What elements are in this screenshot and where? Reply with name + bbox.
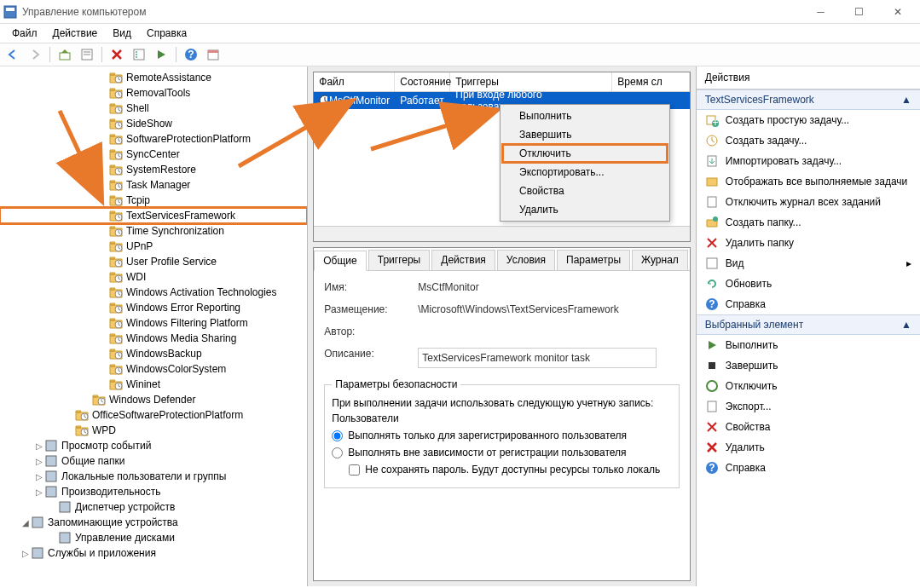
expander-icon[interactable]: ▷ — [34, 472, 44, 481]
col-time[interactable]: Время сл — [612, 72, 690, 91]
tree-item-windows-media-sharing[interactable]: Windows Media Sharing — [0, 331, 307, 346]
tab-triggers[interactable]: Триггеры — [368, 250, 431, 270]
event-icon — [44, 439, 58, 453]
tree-item-windows-filtering-platform[interactable]: Windows Filtering Platform — [0, 315, 307, 331]
tree-item-remoteassistance[interactable]: RemoteAssistance — [0, 70, 307, 85]
maximize-button[interactable]: ☐ — [840, 2, 878, 22]
tree-item[interactable]: Управление дисками — [0, 530, 307, 545]
col-state[interactable]: Состояние — [395, 72, 450, 91]
toolbar: ? — [0, 43, 920, 66]
tree-item-wpd[interactable]: WPD — [0, 423, 307, 438]
tree-item-removaltools[interactable]: RemovalTools — [0, 85, 307, 101]
calendar-button[interactable] — [204, 45, 223, 64]
expander-icon[interactable]: ▷ — [20, 549, 31, 558]
tree-item-wdi[interactable]: WDI — [0, 269, 307, 285]
svg-rect-6 — [134, 49, 144, 60]
forward-button[interactable] — [26, 45, 44, 64]
tab-params[interactable]: Параметры — [557, 250, 630, 270]
menu-action[interactable]: Действие — [46, 26, 105, 41]
tree-item[interactable]: ▷Общие папки — [0, 453, 307, 469]
context-свойства[interactable]: Свойства — [502, 182, 668, 200]
tree-item-time-synchronization[interactable]: Time Synchronization — [0, 223, 307, 239]
tree-item-shell[interactable]: Shell — [0, 101, 307, 116]
tree-item-windows-error-reporting[interactable]: Windows Error Reporting — [0, 300, 307, 315]
tree-item-systemrestore[interactable]: SystemRestore — [0, 162, 307, 177]
tree-pane[interactable]: RemoteAssistanceRemovalToolsShellSideSho… — [0, 66, 308, 586]
back-button[interactable] — [3, 45, 22, 64]
tree-item-windowscolorsystem[interactable]: WindowsColorSystem — [0, 361, 307, 377]
minimize-button[interactable]: ─ — [801, 2, 840, 22]
tree-item-upnp[interactable]: UPnP — [0, 239, 307, 254]
context-выполнить[interactable]: Выполнить — [502, 107, 668, 125]
radio-logged-on[interactable] — [332, 430, 343, 441]
tree-item-user-profile-service[interactable]: User Profile Service — [0, 254, 307, 269]
play-button[interactable] — [152, 45, 171, 64]
expander-icon[interactable]: ▷ — [34, 487, 44, 497]
action-help[interactable]: ?Справка — [697, 294, 920, 314]
action-stop[interactable]: Завершить — [697, 355, 920, 376]
context-отключить[interactable]: Отключить — [502, 144, 668, 163]
tree-item-tcpip[interactable]: Tcpip — [0, 193, 307, 208]
menu-help[interactable]: Справка — [140, 26, 194, 41]
tree-item[interactable]: ▷Производительность — [0, 484, 307, 499]
clock-icon — [319, 95, 327, 107]
action-view-all[interactable]: Отображать все выполняемые задачи — [697, 171, 920, 192]
list-button[interactable] — [130, 45, 148, 64]
action-props[interactable]: Свойства — [697, 417, 920, 437]
action-help[interactable]: ?Справка — [697, 458, 920, 478]
scrollbar[interactable] — [314, 226, 690, 241]
tree-item[interactable]: Диспетчер устройств — [0, 499, 307, 515]
menu-file[interactable]: Файл — [5, 26, 44, 41]
action-export[interactable]: Экспорт... — [697, 396, 920, 417]
svg-point-9 — [136, 56, 137, 58]
radio-any[interactable] — [332, 447, 343, 458]
tab-log[interactable]: Журнал — [632, 250, 688, 270]
action-folder-new[interactable]: Создать папку... — [697, 212, 920, 233]
context-удалить[interactable]: Удалить — [502, 200, 668, 219]
action-task-new[interactable]: +Создать простую задачу... — [697, 110, 920, 130]
folder-task-icon — [109, 316, 123, 330]
actions-section1[interactable]: TextServicesFramework▲ — [697, 89, 920, 110]
tab-general[interactable]: Общие — [314, 251, 366, 271]
tree-item[interactable]: ▷Локальные пользователи и группы — [0, 469, 307, 484]
tree-item-task-manager[interactable]: Task Manager — [0, 177, 307, 193]
tab-actions[interactable]: Действия — [431, 250, 495, 270]
tree-item-windows defender[interactable]: Windows Defender — [0, 392, 307, 407]
tree-item-softwareprotectionplatform[interactable]: SoftwareProtectionPlatform — [0, 131, 307, 147]
tree-item-wininet[interactable]: Wininet — [0, 377, 307, 392]
tree-item[interactable]: ◢Запоминающие устройства — [0, 515, 307, 530]
col-file[interactable]: Файл — [314, 72, 395, 91]
tree-item-windowsbackup[interactable]: WindowsBackup — [0, 346, 307, 361]
tree-item[interactable]: ▷Просмотр событий — [0, 438, 307, 453]
up-button[interactable] — [55, 45, 74, 64]
tree-item-sideshow[interactable]: SideShow — [0, 116, 307, 131]
action-log-off[interactable]: Отключить журнал всех заданий — [697, 192, 920, 212]
action-import[interactable]: Импортировать задачу... — [697, 151, 920, 171]
action-refresh[interactable]: Обновить — [697, 274, 920, 294]
action-view[interactable]: Вид▸ — [697, 253, 920, 274]
tree-item-synccenter[interactable]: SyncCenter — [0, 147, 307, 162]
action-play[interactable]: Выполнить — [697, 335, 920, 355]
expander-icon[interactable]: ▷ — [34, 457, 44, 466]
action-delete-folder[interactable]: Удалить папку — [697, 233, 920, 253]
context-экспортировать-[interactable]: Экспортировать... — [502, 163, 668, 182]
expander-icon[interactable]: ▷ — [34, 441, 44, 451]
action-delete[interactable]: Удалить — [697, 437, 920, 458]
expander-icon[interactable]: ◢ — [20, 518, 31, 527]
menu-view[interactable]: Вид — [106, 26, 138, 41]
tree-item[interactable]: ▷Службы и приложения — [0, 545, 307, 561]
arrow-right-icon: ▸ — [906, 257, 911, 269]
tree-item-textservicesframework[interactable]: TextServicesFramework — [0, 208, 307, 223]
close-button[interactable]: ✕ — [878, 2, 917, 22]
tree-item-windows-activation-technologies[interactable]: Windows Activation Technologies — [0, 285, 307, 300]
tab-conditions[interactable]: Условия — [497, 250, 555, 270]
action-task-new2[interactable]: Создать задачу... — [697, 130, 920, 151]
checkbox-nopw[interactable] — [349, 464, 360, 476]
context-завершить[interactable]: Завершить — [502, 125, 668, 144]
help-button[interactable]: ? — [182, 45, 200, 64]
props-button[interactable] — [78, 45, 96, 64]
delete-button[interactable] — [107, 45, 126, 64]
actions-section2[interactable]: Выбранный элемент▲ — [697, 314, 920, 335]
action-disable[interactable]: Отключить — [697, 376, 920, 396]
tree-item-officesoftwareprotectionplatform[interactable]: OfficeSoftwareProtectionPlatform — [0, 407, 307, 423]
